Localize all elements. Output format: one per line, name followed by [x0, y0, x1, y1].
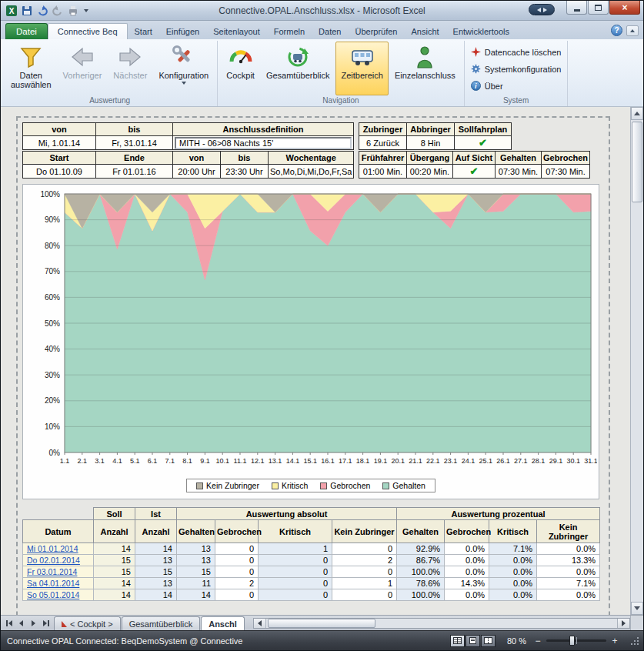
date-link[interactable]: Sa 04.01.2014: [23, 578, 94, 589]
pct-kein-zubringer-cell: 0.0%: [537, 589, 600, 601]
excel-logo-icon[interactable]: X: [5, 5, 18, 17]
pct-gebrochen-cell: 0.0%: [445, 543, 489, 555]
info-header: Anschlussdefinition: [173, 123, 354, 136]
sheet-tab-3[interactable]: Anschl: [201, 616, 245, 630]
scroll-right-button[interactable]: [617, 619, 629, 628]
x-tick-label: 12.1: [251, 457, 265, 465]
print-icon[interactable]: [67, 5, 79, 17]
y-tick-label: 20%: [45, 396, 60, 405]
info-value: ✔: [453, 165, 496, 179]
x-tick-label: 2.1: [78, 457, 88, 465]
scroll-left-button[interactable]: [254, 619, 266, 628]
resize-grip[interactable]: [629, 636, 640, 646]
worksheet[interactable]: vonbisAnschlussdefinitionMi, 1.01.14Fr, …: [1, 107, 630, 615]
page-layout-view-button[interactable]: [465, 635, 480, 647]
datencache-label: Datencache löschen: [485, 48, 562, 57]
file-tab[interactable]: Datei: [5, 23, 48, 39]
cockpit-button[interactable]: Cockpit: [221, 42, 260, 95]
sheet-tab-1[interactable]: < Cockpit >: [54, 616, 121, 630]
ueber-label: Über: [485, 82, 503, 91]
ribbon-tab-2[interactable]: Einfügen: [159, 23, 206, 39]
x-tick-label: 27.1: [514, 457, 528, 465]
workspace: vonbisAnschlussdefinitionMi, 1.01.14Fr, …: [1, 107, 643, 615]
info-value[interactable]: MITH - 06>08 Nachts 15': [173, 136, 354, 150]
ribbon-tab-8[interactable]: Entwicklertools: [446, 23, 516, 39]
abs-gehalten-cell: 13: [177, 543, 215, 555]
last-sheet-button[interactable]: [40, 618, 52, 629]
page-break-view-button[interactable]: [481, 635, 496, 647]
person-icon: [412, 45, 437, 69]
window-nav-pill[interactable]: [529, 4, 555, 15]
scroll-down-button[interactable]: [631, 602, 643, 615]
scroll-up-button[interactable]: [631, 107, 643, 120]
sheet-tab-2[interactable]: Gesamtüberblick: [122, 616, 201, 630]
zoom-track[interactable]: [546, 639, 606, 642]
vertical-scroll-thumb[interactable]: [632, 122, 642, 202]
status-bar: Connective OPAL Connected: BeqDemoSystem…: [1, 630, 643, 650]
zeitbereich-label: Zeitbereich: [341, 71, 382, 80]
date-link[interactable]: So 05.01.2014: [23, 589, 94, 601]
sheet-tab-label: Gesamtüberblick: [129, 619, 193, 629]
x-tick-label: 24.1: [462, 457, 475, 465]
date-link[interactable]: Do 02.01.2014: [23, 555, 94, 566]
help-icon[interactable]: ?: [611, 25, 622, 36]
zeitbereich-button[interactable]: Zeitbereich: [335, 42, 388, 95]
first-sheet-button[interactable]: [3, 618, 15, 629]
ribbon-tab-7[interactable]: Ansicht: [405, 23, 446, 39]
ribbon-tab-5[interactable]: Daten: [312, 23, 348, 39]
normal-view-button[interactable]: [450, 635, 465, 647]
col-header-kritisch-abs: Kritisch: [259, 520, 332, 543]
qat-dropdown-icon[interactable]: [84, 9, 88, 12]
minimize-button[interactable]: [566, 1, 587, 15]
abs-kritisch-cell: 1: [259, 543, 332, 555]
horizontal-scroll-track[interactable]: [266, 619, 617, 628]
ribbon-tab-3[interactable]: Seitenlayout: [206, 23, 267, 39]
vertical-scroll-track[interactable]: [631, 120, 643, 602]
anschluss-definition-combo[interactable]: MITH - 06>08 Nachts 15': [175, 137, 352, 149]
ribbon-tab-connective-beq[interactable]: Connective Beq: [48, 23, 128, 39]
abs-gehalten-cell: 13: [177, 555, 215, 566]
x-tick-label: 18.1: [356, 457, 370, 465]
chart-panel[interactable]: 100%90%80%70%60%50%40%30%20%10%0%1.12.13…: [22, 184, 599, 499]
vertical-scrollbar[interactable]: [630, 107, 643, 615]
ribbon-tab-strip: StartEinfügenSeitenlayoutFormelnDatenÜbe…: [128, 23, 516, 39]
save-icon[interactable]: [21, 5, 33, 17]
maximize-button[interactable]: [588, 1, 609, 15]
legend-swatch: [272, 482, 279, 489]
collapse-ribbon-icon[interactable]: [626, 25, 639, 36]
undo-icon[interactable]: [36, 5, 48, 17]
datencache-loeschen-button[interactable]: Datencache löschen: [468, 45, 565, 59]
next-sheet-button[interactable]: [28, 618, 39, 629]
einzelanschluss-button[interactable]: Einzelanschluss: [389, 42, 461, 95]
horizontal-scroll-thumb[interactable]: [268, 619, 375, 628]
systemkonfiguration-button[interactable]: Systemkonfiguration: [468, 62, 565, 76]
zoom-thumb[interactable]: [569, 636, 575, 646]
vorheriger-button[interactable]: Vorheriger: [58, 42, 108, 95]
close-button[interactable]: ×: [609, 1, 640, 15]
zoom-out-button[interactable]: −: [532, 636, 543, 646]
zoom-in-button[interactable]: +: [609, 636, 620, 646]
ribbon-tab-4[interactable]: Formeln: [267, 23, 312, 39]
x-tick-label: 7.1: [165, 457, 175, 465]
horizontal-scrollbar[interactable]: [253, 618, 630, 629]
ribbon-tab-1[interactable]: Start: [128, 23, 159, 39]
zoom-slider[interactable]: − +: [532, 636, 620, 646]
ribbon-tab-6[interactable]: Überprüfen: [348, 23, 404, 39]
date-link[interactable]: Fr 03.01.2014: [23, 566, 94, 578]
prev-sheet-button[interactable]: [15, 618, 27, 629]
legend-wrap: Kein ZubringerKritischGebrochenGehalten: [25, 478, 597, 492]
date-link[interactable]: Mi 01.01.2014: [23, 543, 94, 555]
naechster-button[interactable]: Nächster: [108, 42, 152, 95]
konfiguration-button[interactable]: Konfiguration: [153, 42, 214, 95]
ueber-button[interactable]: i Über: [468, 78, 565, 93]
x-tick-label: 15.1: [303, 457, 317, 465]
gesamtueberblick-button[interactable]: Gesamtüberblick: [261, 42, 335, 95]
pct-gebrochen-cell: 0.0%: [445, 589, 489, 601]
ribbon-group-auswertung: Daten auswählen Vorheriger Nächster: [2, 41, 218, 106]
zoom-level[interactable]: 80 %: [502, 636, 526, 646]
abs-gebrochen-cell: 0: [215, 566, 259, 578]
redo-icon[interactable]: [52, 5, 64, 17]
vorheriger-label: Vorheriger: [63, 71, 102, 80]
gear-icon: [471, 64, 481, 74]
daten-auswaehlen-button[interactable]: Daten auswählen: [5, 42, 57, 95]
